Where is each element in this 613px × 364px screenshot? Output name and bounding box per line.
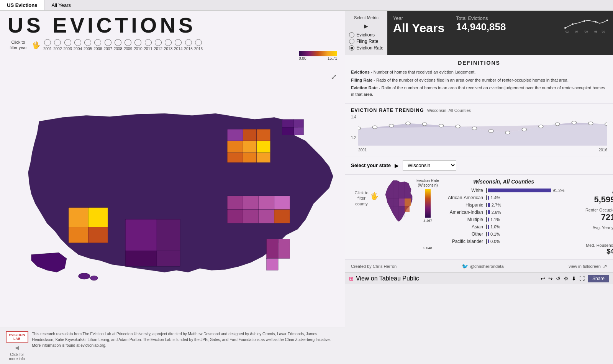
year-circle-2005[interactable]: 2005 bbox=[84, 39, 92, 51]
twitter-handle: @chrisherrondata bbox=[470, 264, 504, 269]
logo-eviction: EVICTION bbox=[9, 333, 25, 337]
legend-max: 4.467 bbox=[423, 219, 432, 223]
tableau-link[interactable]: ⊞ View on Tableau Public bbox=[349, 275, 419, 282]
year-circle-2004[interactable]: 2004 bbox=[74, 39, 82, 51]
tab-all-years[interactable]: All Years bbox=[44, 0, 78, 10]
svg-point-33 bbox=[90, 276, 98, 280]
legend-title: Eviction Rate (Wisconsin) bbox=[416, 179, 439, 188]
download-icon[interactable]: ⬇ bbox=[572, 275, 576, 282]
fullscreen-btn-icon[interactable]: ⛶ bbox=[579, 275, 585, 282]
svg-rect-28 bbox=[157, 251, 180, 266]
state-dropdown[interactable]: AlabamaAlaskaArizonaArkansasCaliforniaCo… bbox=[403, 160, 456, 171]
year-circle-2015[interactable]: 2015 bbox=[184, 39, 193, 51]
svg-point-56 bbox=[555, 123, 560, 126]
trending-section: EVICTION RATE TRENDING Wisconsin, All Co… bbox=[345, 104, 613, 156]
chart-y-low: 1.2 bbox=[351, 136, 356, 140]
circle-2002[interactable] bbox=[54, 39, 61, 46]
refresh-icon[interactable]: ↺ bbox=[556, 275, 561, 282]
state-map-section: Click to filter county 🖐 bbox=[345, 175, 613, 260]
svg-point-53 bbox=[505, 131, 510, 134]
click-more-info[interactable]: Click for more info bbox=[9, 353, 25, 361]
tab-bar: US Evictions All Years bbox=[0, 0, 613, 11]
fullscreen-section[interactable]: view in fullscreen ↗ bbox=[569, 263, 607, 269]
demo-pct: 91.2% bbox=[552, 188, 564, 193]
map-area[interactable] bbox=[0, 66, 345, 341]
tab-us-evictions[interactable]: US Evictions bbox=[0, 0, 44, 10]
radio-evictions[interactable]: Evictions bbox=[349, 32, 384, 38]
circle-2008[interactable] bbox=[115, 39, 121, 46]
svg-point-49 bbox=[439, 124, 443, 127]
circle-2014[interactable] bbox=[175, 39, 182, 46]
circle-2003[interactable] bbox=[64, 39, 71, 46]
trending-chart-svg bbox=[358, 115, 607, 146]
year-circle-2012[interactable]: 2012 bbox=[154, 39, 162, 51]
circle-2016[interactable] bbox=[195, 39, 202, 46]
demo-label-Other: Other bbox=[443, 231, 483, 237]
svg-rect-26 bbox=[157, 219, 180, 251]
hand-icon: 🖐 bbox=[370, 192, 379, 200]
svg-point-45 bbox=[372, 126, 377, 129]
share-button[interactable]: Share bbox=[588, 275, 609, 282]
demo-bar bbox=[488, 232, 489, 236]
circle-2015[interactable] bbox=[185, 39, 192, 46]
svg-text:'10: '10 bbox=[602, 30, 605, 33]
undo-icon[interactable]: ↩ bbox=[541, 275, 545, 282]
demo-label-Asian: Asian bbox=[443, 224, 483, 230]
circle-2009[interactable] bbox=[125, 39, 131, 46]
main-layout: US EVICTIONS Click to filter year 🖐 2001… bbox=[0, 11, 613, 364]
year-circle-2011[interactable]: 2011 bbox=[144, 39, 152, 51]
demo-tick bbox=[486, 195, 487, 200]
svg-rect-8 bbox=[243, 141, 257, 153]
svg-text:'02: '02 bbox=[565, 30, 569, 33]
settings-icon[interactable]: ⚙ bbox=[564, 275, 569, 282]
circle-2006[interactable] bbox=[94, 39, 101, 46]
svg-rect-27 bbox=[125, 251, 157, 266]
year-circle-2010[interactable]: 2010 bbox=[134, 39, 142, 51]
year-circle-2008[interactable]: 2008 bbox=[114, 39, 122, 51]
demo-row-pacific-islander: Pacific Islander 0.0% bbox=[443, 239, 564, 244]
svg-rect-14 bbox=[243, 196, 259, 210]
year-circle-2009[interactable]: 2009 bbox=[124, 39, 132, 51]
us-map[interactable] bbox=[0, 66, 345, 341]
radio-circle-filing[interactable] bbox=[349, 39, 354, 44]
demo-row-african-american: African-American 1.4% bbox=[443, 195, 564, 200]
circle-2010[interactable] bbox=[134, 39, 141, 46]
demo-bar bbox=[488, 218, 489, 221]
research-text: This research uses data from The Evictio… bbox=[32, 331, 339, 348]
year-circle-2013[interactable]: 2013 bbox=[164, 39, 172, 51]
year-circle-2001[interactable]: 2001 bbox=[43, 39, 52, 51]
renter-value: 721,540 bbox=[570, 212, 613, 222]
svg-rect-9 bbox=[257, 141, 270, 153]
top-right-header: Select Metric ▶ Evictions Filing Rate Ev… bbox=[345, 11, 613, 55]
year-circle-2002[interactable]: 2002 bbox=[53, 39, 62, 51]
year-label-2004: 2004 bbox=[74, 47, 82, 51]
circle-2011[interactable] bbox=[145, 39, 152, 46]
year-label-2013: 2013 bbox=[164, 47, 172, 51]
radio-eviction-rate[interactable]: Eviction Rate bbox=[349, 45, 384, 51]
redo-icon[interactable]: ↪ bbox=[548, 275, 553, 282]
svg-point-46 bbox=[389, 124, 393, 127]
year-filter-row: Click to filter year 🖐 20012002200320042… bbox=[0, 36, 345, 54]
renter-stat: Renter Occupied Homes 721,540 bbox=[570, 208, 613, 222]
demo-bar bbox=[488, 210, 490, 214]
year-circle-2016[interactable]: 2016 bbox=[194, 39, 203, 51]
year-circle-2006[interactable]: 2006 bbox=[93, 39, 102, 51]
circle-2004[interactable] bbox=[74, 39, 81, 46]
svg-rect-22 bbox=[88, 208, 108, 227]
svg-point-38 bbox=[606, 20, 608, 21]
circle-2007[interactable] bbox=[105, 39, 111, 46]
svg-point-50 bbox=[456, 125, 460, 128]
radio-circle-eviction-rate[interactable] bbox=[349, 45, 354, 51]
year-circle-2003[interactable]: 2003 bbox=[64, 39, 72, 51]
radio-circle-evictions[interactable] bbox=[349, 32, 354, 38]
radio-filing-rate[interactable]: Filing Rate bbox=[349, 39, 384, 44]
circle-2013[interactable] bbox=[165, 39, 172, 46]
svg-point-47 bbox=[406, 122, 410, 125]
circle-2012[interactable] bbox=[155, 39, 162, 46]
trending-subtitle: Wisconsin, All Counties bbox=[427, 108, 471, 113]
year-circle-2014[interactable]: 2014 bbox=[174, 39, 182, 51]
year-circle-2007[interactable]: 2007 bbox=[104, 39, 112, 51]
circle-2005[interactable] bbox=[84, 39, 91, 46]
circle-2001[interactable] bbox=[44, 39, 51, 46]
svg-rect-16 bbox=[274, 196, 290, 210]
